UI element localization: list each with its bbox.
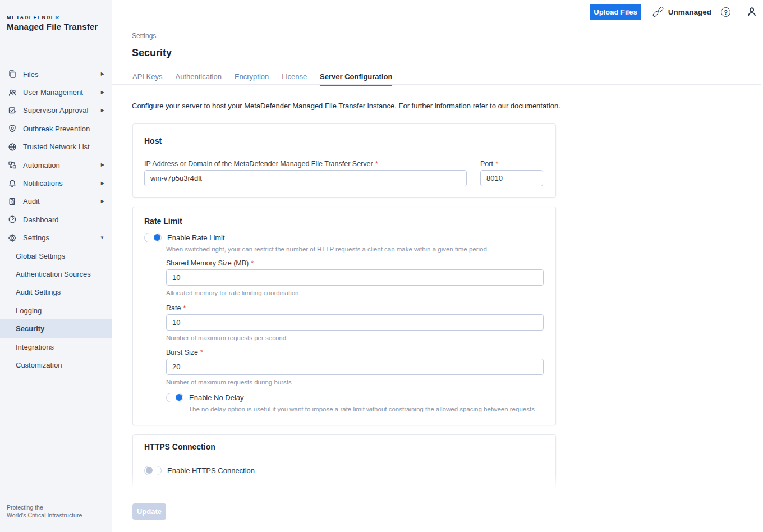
enable-rate-limit-help: When switched right, your can restrict t… — [166, 246, 489, 253]
chevron-right-icon: ▶ — [101, 199, 104, 204]
automation-icon — [7, 160, 17, 170]
enable-rate-limit-toggle[interactable] — [144, 233, 162, 242]
sidebar-nav: Files ▶ User Management ▶ Supervisor App… — [0, 65, 112, 374]
rate-help: Number of maximum requests per second — [166, 334, 286, 341]
sidebar-item-label: Automation — [23, 161, 60, 169]
host-card-title: Host — [144, 136, 162, 145]
broken-link-icon — [653, 7, 664, 17]
unmanaged-label: Unmanaged — [668, 8, 711, 16]
required-asterisk: * — [495, 160, 498, 168]
sidebar-item-label: Settings — [23, 233, 49, 242]
sidebar-item-integrations[interactable]: Integrations — [0, 338, 112, 356]
enable-https-label: Enable HTTPS Connection — [167, 466, 255, 475]
required-asterisk: * — [375, 160, 378, 168]
rate-limit-card-title: Rate Limit — [144, 217, 182, 226]
sidebar-item-trusted-network-list[interactable]: Trusted Network List — [0, 138, 112, 156]
sidebar-item-label: User Management — [23, 88, 83, 97]
tagline-line2: World's Critical Infrastructure — [7, 511, 82, 520]
gear-icon — [7, 233, 17, 242]
upload-files-button[interactable]: Upload Files — [590, 4, 641, 20]
sidebar-subitem-label: Authentication Sources — [16, 270, 91, 278]
sidebar-item-label: Trusted Network List — [23, 143, 90, 151]
required-asterisk: * — [251, 259, 254, 267]
page-description: Configure your server to host your MetaD… — [132, 102, 560, 110]
unmanaged-mode-button[interactable]: Unmanaged — [653, 7, 711, 17]
sidebar-item-audit[interactable]: Audit ▶ — [0, 192, 112, 210]
host-card: Host IP Address or Domain of the MetaDef… — [132, 123, 556, 198]
rate-label: Rate — [166, 304, 181, 312]
burst-size-label: Burst Size — [166, 348, 198, 356]
sidebar-item-label: Supervisor Approval — [23, 106, 88, 114]
shared-memory-label: Shared Memory Size (MB) — [166, 259, 249, 267]
shield-icon — [7, 124, 17, 134]
shared-memory-help: Allocated memory for rate limiting coord… — [166, 290, 299, 296]
ip-address-label: IP Address or Domain of the MetaDefender… — [144, 160, 373, 168]
chevron-right-icon: ▶ — [101, 90, 104, 95]
sidebar-item-notifications[interactable]: Notifications ▶ — [0, 174, 112, 192]
files-icon — [7, 70, 17, 79]
chevron-right-icon: ▶ — [101, 108, 104, 113]
dashboard-gauge-icon — [7, 215, 17, 224]
main-content: Settings Security API Keys Authenticatio… — [112, 0, 763, 489]
help-icon[interactable]: ? — [721, 7, 730, 17]
sidebar-item-user-management[interactable]: User Management ▶ — [0, 83, 112, 101]
port-input[interactable] — [480, 170, 543, 186]
sidebar-item-dashboard[interactable]: Dashboard — [0, 210, 112, 228]
sidebar-item-audit-settings[interactable]: Audit Settings — [0, 283, 112, 301]
chevron-right-icon: ▶ — [101, 72, 104, 76]
bell-icon — [7, 178, 17, 188]
sidebar-subitem-label: Integrations — [16, 343, 54, 351]
enable-no-delay-toggle[interactable] — [166, 393, 183, 402]
chevron-right-icon: ▶ — [101, 181, 104, 186]
user-account-icon[interactable] — [746, 6, 757, 17]
sidebar-item-label: Audit — [23, 197, 40, 205]
sidebar-item-outbreak-prevention[interactable]: Outbreak Prevention — [0, 120, 112, 137]
users-icon — [7, 88, 17, 97]
scroll-fade — [112, 475, 763, 490]
burst-size-input[interactable] — [166, 359, 544, 375]
shared-memory-input[interactable] — [166, 269, 544, 286]
sidebar-item-security[interactable]: Security — [0, 319, 112, 337]
update-button[interactable]: Update — [132, 503, 166, 520]
brand-metadefender: METADEFENDER — [7, 15, 112, 20]
sidebar-item-supervisor-approval[interactable]: Supervisor Approval ▶ — [0, 102, 112, 120]
enable-no-delay-label: Enable No Delay — [189, 393, 244, 402]
sidebar-item-global-settings[interactable]: Global Settings — [0, 247, 112, 265]
sidebar-subitem-label: Global Settings — [16, 252, 65, 260]
sidebar-item-label: Dashboard — [23, 215, 59, 224]
sidebar-item-files[interactable]: Files ▶ — [0, 65, 112, 83]
sidebar-item-settings[interactable]: Settings ▼ — [0, 229, 112, 247]
sidebar-subitem-label: Audit Settings — [16, 288, 61, 296]
top-bar: Upload Files Unmanaged ? — [112, 0, 763, 25]
audit-icon — [7, 196, 17, 206]
enable-https-toggle[interactable] — [144, 466, 162, 475]
sidebar-item-label: Outbreak Prevention — [23, 125, 90, 133]
sidebar-item-logging[interactable]: Logging — [0, 301, 112, 319]
page-title: Security — [132, 47, 172, 59]
ip-address-input[interactable] — [144, 170, 467, 186]
required-asterisk: * — [200, 348, 203, 356]
port-label: Port — [480, 160, 493, 168]
breadcrumb[interactable]: Settings — [132, 32, 156, 40]
sidebar-item-label: Notifications — [23, 179, 63, 187]
sidebar-subitem-label: Customization — [16, 361, 62, 369]
chevron-down-icon: ▼ — [100, 236, 104, 240]
sidebar-item-customization[interactable]: Customization — [0, 356, 112, 374]
sidebar: METADEFENDER Managed File Transfer Files… — [0, 0, 112, 532]
sidebar-item-automation[interactable]: Automation ▶ — [0, 156, 112, 174]
action-footer: Update — [112, 489, 763, 532]
brand-product-name: Managed File Transfer — [7, 22, 112, 31]
sidebar-item-authentication-sources[interactable]: Authentication Sources — [0, 265, 112, 283]
https-card-title: HTTPS Connection — [144, 442, 215, 451]
sidebar-subitem-label: Security — [16, 324, 44, 333]
sidebar-subitem-label: Logging — [16, 306, 42, 315]
tagline-line1: Protecting the — [7, 503, 82, 512]
globe-icon — [7, 142, 17, 152]
rate-limit-card: Rate Limit Enable Rate Limit When switch… — [132, 207, 556, 425]
tab-divider — [112, 84, 761, 85]
burst-size-help: Number of maximum requests during bursts — [166, 379, 292, 386]
brand-tagline: Protecting the World's Critical Infrastr… — [7, 503, 82, 520]
enable-rate-limit-label: Enable Rate Limit — [167, 233, 225, 242]
rate-input[interactable] — [166, 314, 544, 331]
required-asterisk: * — [183, 304, 186, 312]
